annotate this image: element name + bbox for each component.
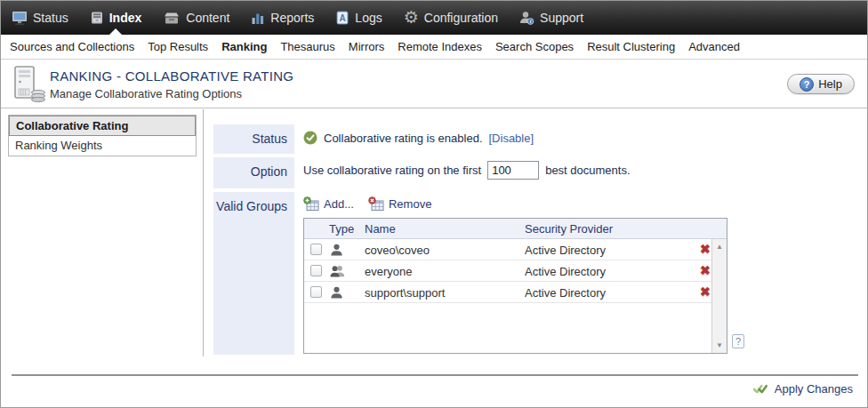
context-help-icon[interactable]: ? bbox=[732, 334, 744, 348]
svg-text:A: A bbox=[340, 13, 346, 23]
active-tab-pointer bbox=[109, 28, 122, 35]
help-button[interactable]: ? Help bbox=[787, 74, 855, 94]
menu-logs[interactable]: A Logs bbox=[335, 1, 382, 35]
remove-group-button[interactable]: Remove bbox=[368, 196, 431, 212]
table-row[interactable]: coveo\coveo Active Directory ✖ bbox=[304, 239, 727, 260]
menu-support-label: Support bbox=[540, 11, 583, 25]
option-row: Use collaborative rating on the first be… bbox=[303, 161, 631, 180]
option-text-before: Use collaborative rating on the first bbox=[303, 164, 481, 177]
status-message: Collaborative rating is enabled. bbox=[324, 132, 483, 145]
menu-index-label: Index bbox=[109, 11, 142, 25]
row-checkbox[interactable] bbox=[310, 244, 322, 255]
page-subtitle: Manage Collaborative Rating Options bbox=[50, 87, 242, 100]
group-name: everyone bbox=[365, 265, 412, 278]
menu-status[interactable]: Status bbox=[12, 1, 68, 35]
user-icon bbox=[330, 244, 343, 256]
index-subnav: Sources and Collections Top Results Rank… bbox=[1, 35, 867, 60]
menu-status-label: Status bbox=[33, 11, 68, 25]
menu-reports[interactable]: Reports bbox=[251, 1, 314, 35]
menu-logs-label: Logs bbox=[355, 11, 382, 25]
subnav-thesaurus[interactable]: Thesaurus bbox=[280, 40, 334, 53]
add-group-button[interactable]: Add... bbox=[303, 196, 354, 212]
scroll-up-icon[interactable]: ▲ bbox=[712, 243, 727, 251]
subnav-search-scopes[interactable]: Search Scopes bbox=[495, 40, 574, 53]
valid-groups-table: Type Name Security Provider coveo\coveo … bbox=[303, 218, 727, 354]
remove-table-icon bbox=[368, 196, 384, 212]
admin-console-window: Status Index Content bbox=[0, 0, 868, 408]
delete-row-icon[interactable]: ✖ bbox=[700, 263, 711, 277]
valid-groups-row-label: Valid Groups bbox=[213, 192, 294, 355]
help-button-label: Help bbox=[818, 77, 842, 91]
sidebar-item-collaborative-rating[interactable]: Collaborative Rating bbox=[9, 116, 196, 136]
column-header-type: Type bbox=[329, 222, 354, 236]
status-row-label: Status bbox=[213, 124, 294, 154]
security-provider: Active Directory bbox=[525, 286, 606, 300]
menu-reports-label: Reports bbox=[270, 11, 314, 25]
remove-group-label: Remove bbox=[389, 197, 431, 211]
option-text-after: best documents. bbox=[545, 164, 630, 177]
table-row[interactable]: everyone Active Directory ✖ bbox=[304, 260, 727, 282]
menu-configuration[interactable]: ⚙ Configuration bbox=[404, 1, 498, 35]
footer-divider bbox=[12, 374, 858, 376]
row-checkbox[interactable] bbox=[310, 286, 322, 298]
subnav-advanced[interactable]: Advanced bbox=[688, 40, 740, 53]
server-icon bbox=[12, 65, 47, 104]
table-row[interactable]: support\support Active Directory ✖ bbox=[304, 282, 727, 303]
table-scrollbar[interactable]: ▲ ▼ bbox=[711, 239, 727, 353]
subnav-mirrors[interactable]: Mirrors bbox=[349, 40, 384, 53]
security-provider: Active Directory bbox=[525, 244, 606, 257]
table-header-row: Type Name Security Provider bbox=[304, 219, 727, 239]
delete-row-icon[interactable]: ✖ bbox=[700, 242, 711, 256]
menu-index[interactable]: Index bbox=[90, 1, 142, 35]
subnav-result-clustering[interactable]: Result Clustering bbox=[587, 40, 675, 53]
page-title: RANKING - COLLABORATIVE RATING bbox=[50, 68, 293, 84]
security-provider: Active Directory bbox=[525, 265, 606, 278]
valid-groups-toolbar: Add... Remove bbox=[303, 196, 431, 212]
subnav-sources-and-collections[interactable]: Sources and Collections bbox=[10, 40, 134, 53]
menu-content[interactable]: Content bbox=[163, 1, 229, 35]
index-icon bbox=[90, 11, 104, 25]
success-check-icon bbox=[303, 131, 317, 145]
status-row: Collaborative rating is enabled. [Disabl… bbox=[303, 131, 534, 145]
group-name: coveo\coveo bbox=[365, 244, 430, 257]
scroll-down-icon[interactable]: ▼ bbox=[712, 341, 727, 349]
subnav-ranking[interactable]: Ranking bbox=[221, 40, 267, 53]
column-header-security-provider: Security Provider bbox=[525, 222, 613, 236]
apply-changes-button[interactable]: Apply Changes bbox=[752, 382, 853, 396]
sidebar-item-ranking-weights[interactable]: Ranking Weights bbox=[9, 136, 196, 156]
subnav-top-results[interactable]: Top Results bbox=[148, 40, 208, 53]
option-row-label: Option bbox=[213, 157, 294, 188]
menu-support[interactable]: i Support bbox=[519, 1, 583, 35]
menu-configuration-label: Configuration bbox=[424, 11, 498, 25]
double-check-icon bbox=[752, 383, 769, 396]
person-info-icon: i bbox=[519, 11, 534, 25]
first-documents-input[interactable] bbox=[487, 161, 539, 180]
log-page-icon: A bbox=[335, 11, 350, 25]
row-checkbox[interactable] bbox=[310, 265, 322, 276]
user-icon bbox=[330, 286, 343, 299]
subnav-remote-indexes[interactable]: Remote Indexes bbox=[398, 40, 482, 53]
bar-chart-icon bbox=[251, 11, 265, 25]
delete-row-icon[interactable]: ✖ bbox=[700, 284, 711, 299]
help-question-icon: ? bbox=[800, 77, 814, 92]
monitor-icon bbox=[12, 11, 28, 26]
disable-link[interactable]: [Disable] bbox=[489, 132, 534, 145]
group-icon bbox=[330, 265, 345, 277]
archive-box-icon bbox=[163, 12, 181, 25]
page-header: RANKING - COLLABORATIVE RATING Manage Co… bbox=[1, 60, 867, 108]
settings-sidebar: Collaborative Rating Ranking Weights bbox=[8, 115, 197, 156]
gear-icon: ⚙ bbox=[404, 10, 419, 26]
group-name: support\support bbox=[365, 286, 445, 300]
top-menu-bar: Status Index Content bbox=[1, 1, 867, 35]
menu-content-label: Content bbox=[186, 11, 229, 25]
apply-changes-label: Apply Changes bbox=[775, 382, 853, 396]
column-header-name: Name bbox=[365, 222, 396, 236]
add-group-label: Add... bbox=[324, 197, 354, 211]
content-divider bbox=[203, 109, 204, 356]
add-table-icon bbox=[303, 196, 319, 212]
